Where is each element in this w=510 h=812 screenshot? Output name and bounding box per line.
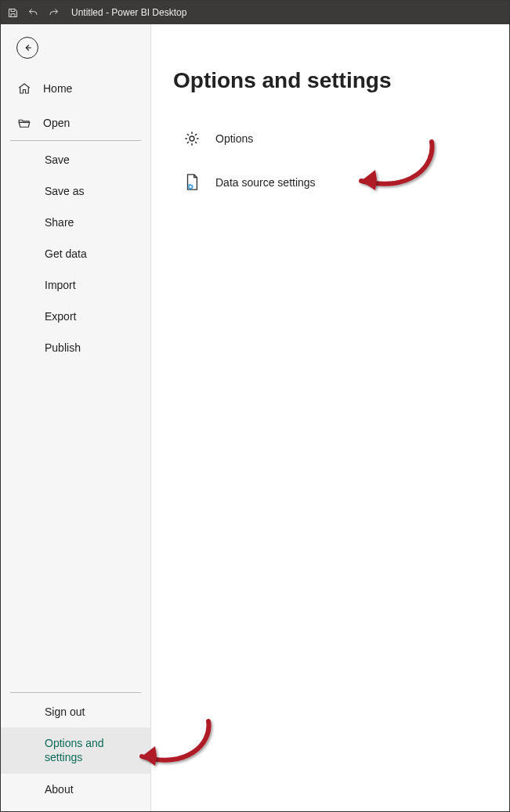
page-heading: Options and settings	[173, 68, 494, 93]
sidebar-item-home[interactable]: Home	[1, 71, 150, 106]
redo-icon[interactable]	[46, 5, 60, 20]
sidebar-item-label: Options and settings	[45, 737, 143, 764]
gear-icon	[183, 129, 201, 148]
svg-point-2	[189, 185, 192, 188]
sidebar-item-label: Publish	[45, 341, 81, 354]
sidebar-menu-top: Home Open Save Save as Share	[1, 71, 150, 363]
sidebar-item-import[interactable]: Import	[1, 269, 150, 301]
sidebar-item-label: Home	[43, 82, 72, 95]
back-button[interactable]	[16, 37, 38, 59]
sidebar-item-label: Sign out	[45, 706, 85, 718]
sidebar-item-label: Get data	[45, 247, 87, 260]
sidebar-item-share[interactable]: Share	[1, 207, 150, 238]
sidebar-item-label: About	[45, 783, 74, 796]
sidebar-item-save-as[interactable]: Save as	[1, 175, 150, 207]
option-data-source-settings[interactable]: Data source settings	[173, 161, 494, 204]
sidebar-item-label: Share	[45, 216, 74, 229]
sidebar-item-options-and-settings[interactable]: Options and settings	[1, 727, 150, 774]
sidebar-item-publish[interactable]: Publish	[1, 332, 150, 363]
sidebar-menu-bottom: Sign out Options and settings About	[1, 692, 150, 811]
window-title: Untitled - Power BI Desktop	[71, 7, 186, 18]
sidebar-item-label: Export	[45, 310, 76, 323]
undo-icon[interactable]	[26, 5, 40, 20]
sidebar-item-label: Import	[45, 279, 76, 291]
sidebar-item-label: Open	[43, 117, 70, 129]
sidebar-item-about[interactable]: About	[1, 774, 150, 805]
content: Home Open Save Save as Share	[1, 24, 509, 811]
sidebar-item-label: Save as	[45, 185, 85, 197]
sidebar-item-export[interactable]: Export	[1, 301, 150, 332]
divider	[10, 692, 141, 693]
sidebar-item-save[interactable]: Save	[1, 144, 150, 175]
sidebar-item-sign-out[interactable]: Sign out	[1, 696, 150, 727]
sidebar-item-get-data[interactable]: Get data	[1, 238, 150, 269]
sidebar: Home Open Save Save as Share	[1, 24, 151, 811]
titlebar: Untitled - Power BI Desktop	[1, 1, 509, 24]
main-panel: Options and settings Options	[151, 24, 509, 811]
home-icon	[16, 81, 32, 96]
option-label: Options	[215, 132, 253, 145]
sidebar-item-open[interactable]: Open	[1, 106, 150, 140]
option-options[interactable]: Options	[173, 117, 494, 161]
divider	[10, 140, 141, 141]
save-icon[interactable]	[5, 5, 20, 20]
option-label: Data source settings	[215, 176, 316, 189]
sidebar-item-label: Save	[45, 153, 70, 166]
folder-open-icon	[16, 115, 32, 131]
svg-rect-0	[11, 13, 15, 16]
data-source-settings-icon	[183, 173, 201, 192]
svg-point-1	[190, 136, 194, 141]
